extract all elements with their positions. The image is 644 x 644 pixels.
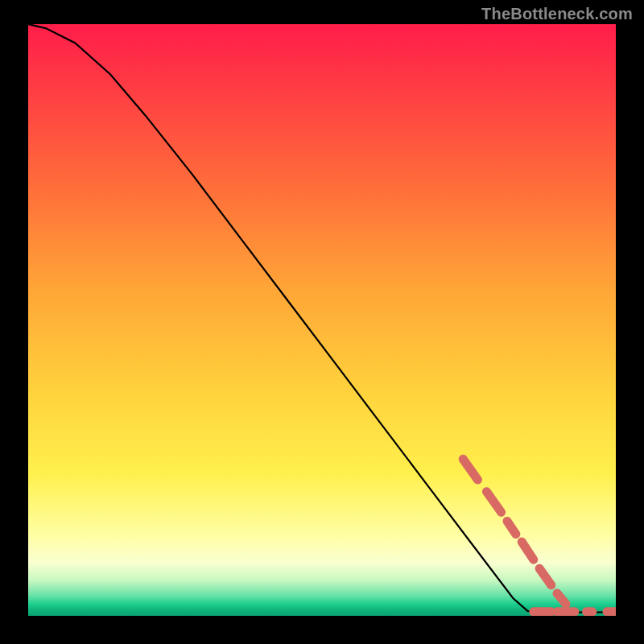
plot-area xyxy=(28,24,616,616)
marker-dashes xyxy=(463,459,616,612)
marker-dash xyxy=(522,542,534,559)
marker-dash xyxy=(557,593,566,604)
marker-dash xyxy=(507,521,516,534)
marker-dash xyxy=(463,459,477,480)
chart-overlay xyxy=(28,24,616,616)
watermark-text: TheBottleneck.com xyxy=(481,5,633,23)
marker-dash xyxy=(539,568,551,585)
marker-dash xyxy=(486,492,501,513)
main-curve xyxy=(28,24,616,613)
chart-stage: TheBottleneck.com xyxy=(0,0,644,644)
